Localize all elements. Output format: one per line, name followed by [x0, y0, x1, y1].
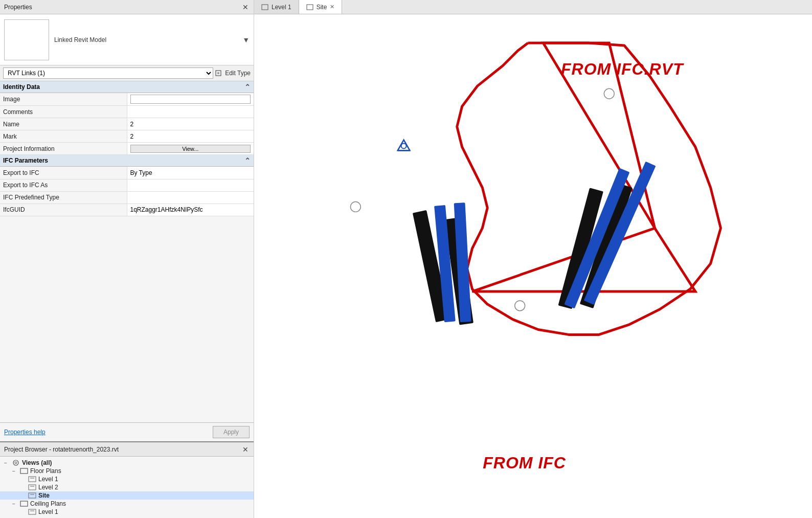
svg-point-4	[15, 462, 17, 464]
type-dropdown-arrow[interactable]: ▼	[242, 36, 250, 44]
ifcguid-input[interactable]	[130, 206, 251, 213]
tree-item-ceiling-level1[interactable]: Level 1	[0, 508, 254, 516]
expand-views-icon[interactable]: −	[4, 460, 11, 466]
table-row: Export to IFC	[0, 167, 254, 179]
table-row: Export to IFC As	[0, 179, 254, 191]
viewport-label-from-ifc: FROM IFC	[483, 454, 566, 472]
table-row: Image	[0, 93, 254, 106]
comments-input[interactable]	[130, 108, 251, 116]
tree-item-ceiling-plans[interactable]: − Ceiling Plans	[0, 500, 254, 508]
svg-rect-8	[29, 485, 36, 490]
identity-data-label: Identity Data	[3, 83, 40, 91]
site-tab-icon	[306, 4, 313, 10]
canvas-area: FROM IFC.RVT FROM IFC	[254, 14, 812, 518]
image-input[interactable]	[130, 95, 251, 104]
ifc-parameters-label: IFC Parameters	[3, 157, 48, 164]
tree-item-floor-plans[interactable]: − Floor Plans	[0, 467, 254, 475]
tree-item-level2[interactable]: Level 2	[0, 483, 254, 491]
left-panel: Properties ✕ Linked Revit Model ▼ RVT Li…	[0, 0, 254, 518]
prop-value-name[interactable]	[127, 118, 254, 130]
level2-view-icon	[28, 484, 37, 491]
viewport-label-from-ifc-rvt: FROM IFC.RVT	[561, 60, 684, 79]
export-ifc-as-input[interactable]	[130, 182, 251, 189]
panel-footer: Properties help Apply	[0, 422, 254, 441]
prop-label-comments: Comments	[0, 106, 127, 118]
ceiling-level1-icon	[28, 508, 37, 515]
tab-site-close[interactable]: ✕	[330, 4, 334, 10]
prop-label-ifcguid: IfcGUID	[0, 204, 127, 216]
expand-ceiling-plans-icon[interactable]: −	[12, 501, 19, 507]
svg-point-29	[515, 301, 525, 311]
browser-close-button[interactable]: ✕	[241, 445, 250, 454]
view-button[interactable]: View...	[130, 145, 251, 153]
tree-label-floor-plans: Floor Plans	[30, 467, 61, 475]
properties-close-button[interactable]: ✕	[241, 3, 250, 11]
prop-label-project-info: Project Information	[0, 143, 127, 155]
prop-label-mark: Mark	[0, 130, 127, 143]
expand-site-icon	[20, 493, 28, 499]
prop-value-ifc-predefined[interactable]	[127, 191, 254, 204]
tree-label-level2: Level 2	[38, 484, 58, 491]
apply-button[interactable]: Apply	[213, 426, 250, 438]
tab-site-label: Site	[317, 4, 327, 11]
properties-title: Properties	[4, 4, 32, 11]
prop-label-export-ifc: Export to IFC	[0, 167, 127, 179]
thumbnail-box	[4, 19, 49, 60]
tree-area: − Views (all) − Floor Plans Level 1	[0, 457, 254, 518]
expand-level2-icon	[20, 485, 28, 490]
svg-rect-0	[216, 71, 221, 76]
prop-value-image[interactable]	[127, 93, 254, 106]
project-browser: Project Browser - rotatetruenorth_2023.r…	[0, 441, 254, 518]
expand-floor-plans-icon[interactable]: −	[12, 468, 19, 474]
ifc-parameters-header: IFC Parameters ⌃	[0, 155, 254, 167]
type-label: Linked Revit Model	[54, 36, 106, 43]
svg-rect-15	[262, 5, 268, 10]
blue-symbol	[398, 140, 410, 151]
identity-data-toggle[interactable]: ⌃	[244, 83, 251, 91]
expand-level1-icon	[20, 477, 28, 482]
tree-label-ceiling-plans: Ceiling Plans	[30, 500, 66, 507]
level1-view-icon	[28, 476, 37, 483]
identity-data-table: Image Comments Name Mark Project Informa…	[0, 93, 254, 155]
site-view-icon	[28, 492, 37, 499]
ifc-parameters-table: Export to IFC Export to IFC As IFC Prede…	[0, 167, 254, 216]
svg-rect-10	[29, 493, 36, 498]
prop-value-export-ifc-as[interactable]	[127, 179, 254, 191]
name-input[interactable]	[130, 121, 251, 128]
tree-item-level1[interactable]: Level 1	[0, 475, 254, 483]
rvt-links-selector[interactable]: RVT Links (1)	[3, 67, 213, 79]
tab-site[interactable]: Site ✕	[299, 0, 343, 14]
prop-value-ifcguid[interactable]	[127, 204, 254, 216]
tabs-bar: Level 1 Site ✕	[254, 0, 812, 14]
edit-type-label: Edit Type	[225, 70, 251, 77]
prop-value-project-info[interactable]: View...	[127, 143, 254, 155]
ifc-parameters-toggle[interactable]: ⌃	[244, 156, 251, 165]
tree-label-site: Site	[38, 492, 50, 499]
prop-value-comments[interactable]	[127, 106, 254, 118]
properties-help-link[interactable]: Properties help	[4, 429, 46, 436]
tree-item-site[interactable]: Site	[0, 491, 254, 500]
tree-item-views[interactable]: − Views (all)	[0, 459, 254, 467]
table-row: Mark	[0, 130, 254, 143]
edit-type-icon	[215, 70, 223, 77]
browser-title: Project Browser - rotatetruenorth_2023.r…	[4, 446, 119, 453]
ifc-predefined-input[interactable]	[130, 194, 251, 201]
browser-header: Project Browser - rotatetruenorth_2023.r…	[0, 442, 254, 457]
tree-label-ceiling-level1: Level 1	[38, 508, 58, 515]
floor-plans-icon	[19, 467, 29, 475]
svg-rect-13	[29, 509, 36, 514]
table-row: IfcGUID	[0, 204, 254, 216]
prop-value-mark[interactable]	[127, 130, 254, 143]
tree-label-level1: Level 1	[38, 476, 58, 483]
mark-input[interactable]	[130, 133, 251, 140]
svg-point-31	[401, 143, 407, 148]
prop-label-ifc-predefined: IFC Predefined Type	[0, 191, 127, 204]
edit-type-button[interactable]: Edit Type	[215, 70, 251, 77]
selector-row: RVT Links (1) Edit Type	[0, 65, 254, 81]
prop-value-export-ifc[interactable]	[127, 167, 254, 179]
svg-point-28	[350, 202, 360, 212]
tab-level1[interactable]: Level 1	[254, 0, 299, 14]
tree-label-views: Views (all)	[22, 459, 52, 466]
table-row: Comments	[0, 106, 254, 118]
export-ifc-input[interactable]	[130, 169, 251, 176]
